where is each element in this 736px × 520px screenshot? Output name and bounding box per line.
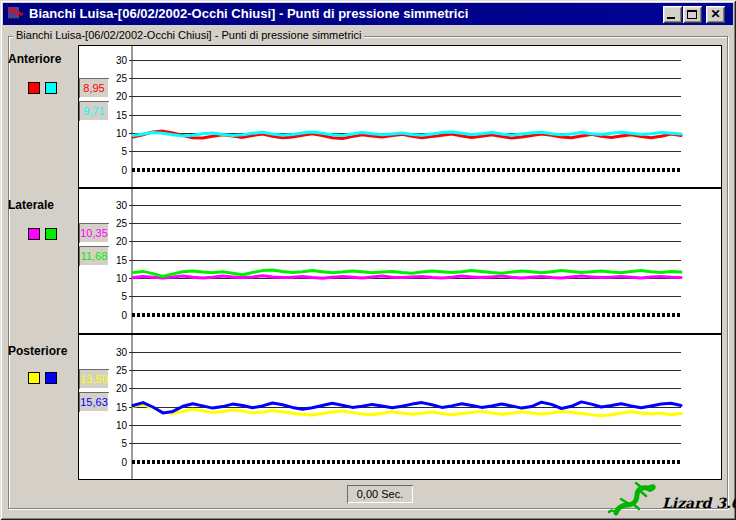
legend-swatch-posteriore-1 [28, 372, 40, 384]
value-display-posteriore-2: 15,63 [79, 392, 109, 412]
value-display-laterale-2: 11,68 [79, 246, 109, 266]
panel-label-anteriore: Anteriore [8, 52, 61, 66]
close-icon: ✕ [706, 6, 725, 23]
chart-area: 051015202530 051015202530 051015202530 [78, 45, 722, 480]
legend-swatch-laterale-1 [28, 228, 40, 240]
minimize-icon [667, 17, 675, 19]
value-display-laterale-1: 10,35 [79, 223, 109, 243]
tick-label: 10 [116, 420, 128, 431]
maximize-icon [687, 10, 697, 19]
series-line-1 [133, 276, 681, 279]
tick-label: 0 [121, 457, 127, 468]
tick-label: 15 [116, 402, 128, 413]
tick-label: 25 [116, 73, 128, 84]
tick-label: 0 [121, 310, 127, 321]
legend-swatch-laterale-2 [45, 228, 57, 240]
value-display-posteriore-1: 13,50 [79, 369, 109, 389]
brand-text: Lizard 3.0 [662, 495, 736, 511]
title-bar[interactable]: Bianchi Luisa-[06/02/2002-Occhi Chiusi] … [3, 3, 733, 25]
tick-label: 25 [116, 365, 128, 376]
tick-label: 20 [116, 383, 128, 394]
tick-label: 25 [116, 218, 128, 229]
panel-label-posteriore: Posteriore [8, 344, 67, 358]
panel-label-laterale: Laterale [8, 198, 54, 212]
tick-label: 20 [116, 236, 128, 247]
tick-label: 30 [116, 347, 128, 358]
groupbox-label: Bianchi Luisa-[06/02/2002-Occhi Chiusi] … [13, 29, 364, 41]
tick-label: 10 [116, 128, 128, 139]
tick-label: 10 [116, 273, 128, 284]
maximize-button[interactable] [683, 6, 702, 23]
tick-label: 30 [116, 200, 128, 211]
tick-label: 15 [116, 255, 128, 266]
chart-laterale: 051015202530 [79, 189, 721, 333]
lizard-logo-icon [606, 482, 658, 516]
time-display: 0,00 Sec. [347, 485, 413, 503]
tick-label: 5 [121, 438, 127, 449]
chart-posteriore: 051015202530 [79, 335, 721, 479]
tick-label: 0 [121, 165, 127, 176]
close-button[interactable]: ✕ [706, 6, 725, 23]
minimize-button[interactable] [663, 6, 682, 23]
value-display-anteriore-2: 9,71 [79, 101, 109, 121]
tick-label: 30 [116, 55, 128, 66]
tick-label: 20 [116, 91, 128, 102]
tick-label: 5 [121, 146, 127, 157]
window-title: Bianchi Luisa-[06/02/2002-Occhi Chiusi] … [29, 3, 468, 25]
tick-label: 15 [116, 110, 128, 121]
app-window: Bianchi Luisa-[06/02/2002-Occhi Chiusi] … [0, 0, 736, 520]
tick-label: 5 [121, 291, 127, 302]
legend-swatch-anteriore-1 [28, 82, 40, 94]
chart-anteriore: 051015202530 [79, 46, 721, 187]
app-chart-icon [8, 6, 24, 22]
legend-swatch-anteriore-2 [45, 82, 57, 94]
legend-swatch-posteriore-2 [45, 372, 57, 384]
value-display-anteriore-1: 8,95 [79, 78, 109, 98]
